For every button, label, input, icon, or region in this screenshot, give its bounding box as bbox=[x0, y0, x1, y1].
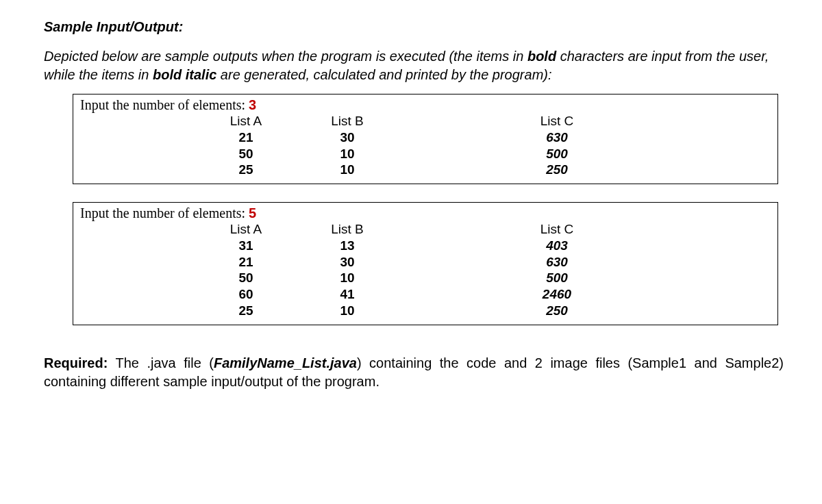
section-title: Sample Input/Output: bbox=[44, 19, 784, 35]
table-row: 50 10 500 bbox=[80, 270, 771, 286]
prompt-line: Input the number of elements: 5 bbox=[80, 205, 771, 221]
required-paragraph: Required: The .java file (FamilyName_Lis… bbox=[44, 354, 784, 391]
table-row: 60 41 2460 bbox=[80, 286, 771, 303]
output-table-2: List A List B List C 31 13 403 21 30 630 bbox=[80, 221, 771, 319]
cell-c: 630 bbox=[506, 254, 608, 270]
intro-text: Depicted below are sample outputs when t… bbox=[44, 49, 527, 64]
cell-b: 41 bbox=[297, 286, 398, 303]
col-header-b: List B bbox=[297, 113, 398, 129]
prompt-line: Input the number of elements: 3 bbox=[80, 97, 771, 113]
table-row: 25 10 250 bbox=[80, 303, 771, 319]
cell-a: 25 bbox=[195, 162, 297, 178]
sample-box-2: Input the number of elements: 5 List A L… bbox=[73, 202, 778, 325]
cell-b: 10 bbox=[297, 303, 398, 319]
cell-b: 10 bbox=[297, 146, 398, 162]
col-header-a: List A bbox=[195, 113, 297, 129]
col-header-b: List B bbox=[297, 221, 398, 238]
cell-a: 31 bbox=[195, 238, 297, 254]
cell-a: 50 bbox=[195, 146, 297, 162]
table-row: 21 30 630 bbox=[80, 129, 771, 146]
cell-a: 21 bbox=[195, 129, 297, 146]
cell-b: 13 bbox=[297, 238, 398, 254]
cell-c: 500 bbox=[506, 270, 608, 286]
col-header-a: List A bbox=[195, 221, 297, 238]
cell-a: 50 bbox=[195, 270, 297, 286]
intro-paragraph: Depicted below are sample outputs when t… bbox=[44, 47, 784, 84]
cell-b: 30 bbox=[297, 129, 398, 146]
cell-c: 2460 bbox=[506, 286, 608, 303]
cell-b: 10 bbox=[297, 270, 398, 286]
cell-b: 30 bbox=[297, 254, 398, 270]
cell-c: 630 bbox=[506, 129, 608, 146]
cell-b: 10 bbox=[297, 162, 398, 178]
cell-a: 25 bbox=[195, 303, 297, 319]
cell-a: 60 bbox=[195, 286, 297, 303]
intro-bold-word: bold bbox=[527, 49, 556, 64]
cell-a: 21 bbox=[195, 254, 297, 270]
prompt-label: Input the number of elements: bbox=[80, 97, 249, 112]
output-table-1: List A List B List C 21 30 630 50 10 500 bbox=[80, 113, 771, 178]
intro-text: are generated, calculated and printed by… bbox=[216, 67, 551, 82]
sample-box-1: Input the number of elements: 3 List A L… bbox=[73, 94, 778, 184]
cell-c: 403 bbox=[506, 238, 608, 254]
cell-c: 250 bbox=[506, 303, 608, 319]
required-label: Required: bbox=[44, 355, 108, 370]
intro-bolditalic-word: bold italic bbox=[153, 67, 216, 82]
prompt-label: Input the number of elements: bbox=[80, 205, 249, 220]
input-count: 5 bbox=[249, 205, 256, 220]
table-row: 25 10 250 bbox=[80, 162, 771, 178]
col-header-c: List C bbox=[506, 113, 608, 129]
table-row: 21 30 630 bbox=[80, 254, 771, 270]
required-text: The .java file ( bbox=[108, 355, 214, 370]
cell-c: 250 bbox=[506, 162, 608, 178]
required-filename: FamilyName_List.java bbox=[214, 355, 357, 370]
cell-c: 500 bbox=[506, 146, 608, 162]
table-row: 31 13 403 bbox=[80, 238, 771, 254]
input-count: 3 bbox=[249, 97, 256, 112]
col-header-c: List C bbox=[506, 221, 608, 238]
table-row: 50 10 500 bbox=[80, 146, 771, 162]
